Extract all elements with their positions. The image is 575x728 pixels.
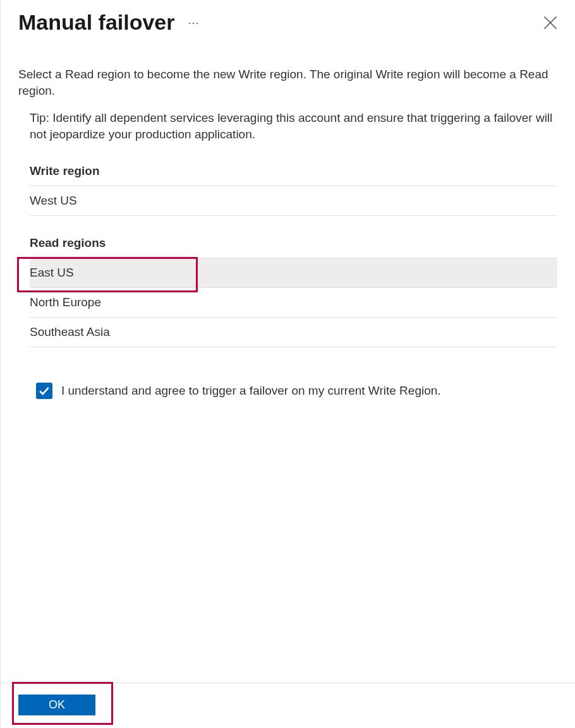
agreement-row: I understand and agree to trigger a fail…	[30, 383, 557, 399]
read-region-name: East US	[30, 266, 74, 279]
write-region-label: Write region	[30, 158, 557, 186]
agreement-checkbox[interactable]	[36, 383, 52, 399]
read-region-name: Southeast Asia	[30, 325, 110, 338]
ok-button[interactable]: OK	[18, 695, 95, 715]
tip-text: Tip: Identify all dependent services lev…	[18, 110, 557, 142]
instruction-text: Select a Read region to become the new W…	[18, 66, 557, 98]
panel-content: Select a Read region to become the new W…	[1, 41, 575, 683]
panel-title: Manual failover	[18, 10, 175, 35]
panel-footer: OK	[1, 683, 575, 728]
read-region-item[interactable]: East US	[30, 258, 557, 288]
failover-panel: Manual failover ⋯ Select a Read region t…	[1, 0, 575, 728]
agreement-label: I understand and agree to trigger a fail…	[61, 384, 441, 398]
read-region-item[interactable]: Southeast Asia	[30, 318, 557, 347]
read-region-name: North Europe	[30, 295, 101, 309]
read-region-item[interactable]: North Europe	[30, 288, 557, 318]
close-icon[interactable]	[543, 16, 557, 30]
check-icon	[39, 385, 50, 397]
panel-header: Manual failover ⋯	[1, 0, 575, 41]
more-icon[interactable]: ⋯	[188, 16, 200, 30]
write-region-value: West US	[30, 186, 557, 216]
read-regions-label: Read regions	[30, 230, 557, 258]
